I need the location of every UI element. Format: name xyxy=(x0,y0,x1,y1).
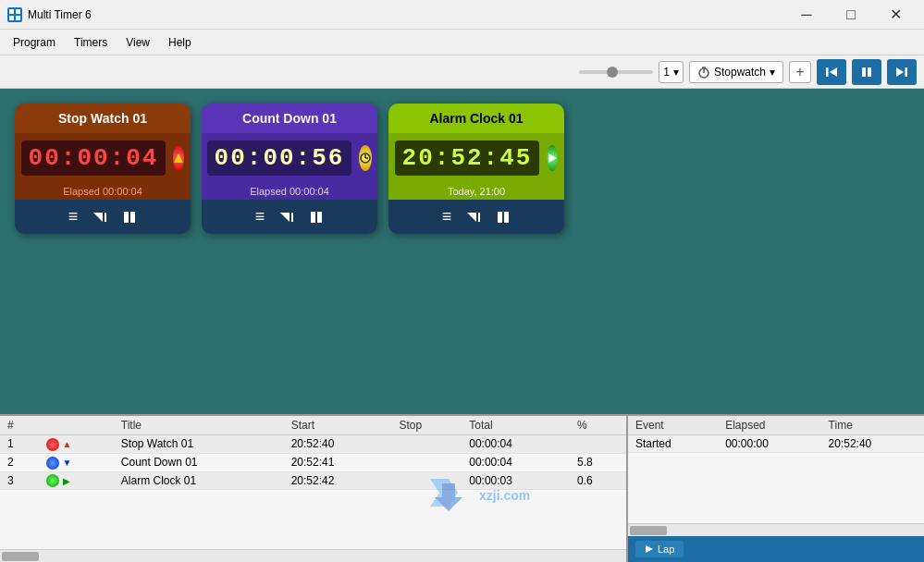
row-pct: 5.8 xyxy=(570,453,626,471)
app-title: Multi Timer 6 xyxy=(28,8,785,21)
stopwatch-pause-btn[interactable] xyxy=(122,210,137,225)
menu-bar: Program Timers View Help xyxy=(0,30,924,55)
stopwatch-dropdown-icon: ▾ xyxy=(770,66,775,79)
row-pct: 0.6 xyxy=(570,471,626,490)
nav-prev-button[interactable] xyxy=(817,59,846,85)
row-title: Alarm Clock 01 xyxy=(114,471,284,490)
svg-rect-24 xyxy=(311,212,315,223)
counter-value: 1 xyxy=(663,66,670,79)
timers-table: # Title Start Stop Total % 1 ▲ Stop Watc xyxy=(0,416,626,490)
row-stop xyxy=(391,453,462,471)
alarm-reset-btn[interactable] xyxy=(466,210,481,225)
event-time: 20:52:40 xyxy=(821,435,924,453)
svg-marker-8 xyxy=(830,67,837,77)
svg-rect-13 xyxy=(906,67,908,77)
svg-rect-2 xyxy=(16,9,20,14)
counter-select[interactable]: 1 ▾ xyxy=(659,61,684,83)
events-header-row: Event Elapsed Time xyxy=(628,416,924,435)
table-scrollbar[interactable] xyxy=(0,549,626,562)
pause-icon xyxy=(122,210,137,225)
countdown-action-icon[interactable] xyxy=(359,145,372,171)
events-scrollbar[interactable] xyxy=(628,523,924,536)
row-start: 20:52:42 xyxy=(284,471,392,490)
svg-rect-23 xyxy=(291,213,293,222)
menu-help[interactable]: Help xyxy=(159,32,201,53)
menu-view[interactable]: View xyxy=(117,32,159,53)
svg-rect-25 xyxy=(317,212,322,223)
svg-rect-16 xyxy=(105,213,106,222)
row-stop xyxy=(391,435,462,454)
reset-icon xyxy=(466,210,481,225)
svg-marker-14 xyxy=(174,153,183,163)
menu-timers[interactable]: Timers xyxy=(65,32,117,53)
play-icon xyxy=(547,153,558,164)
main-content: Stop Watch 01 00:00:04 Elapsed 00:00:04 … xyxy=(0,89,924,414)
row-stop xyxy=(391,471,462,490)
minimize-button[interactable]: ─ xyxy=(785,0,828,30)
stopwatch-label: Stopwatch xyxy=(714,66,766,79)
down-arrow-icon: ▼ xyxy=(63,458,72,468)
clock-icon xyxy=(359,152,372,165)
toolbar: 1 ▾ Stopwatch ▾ + xyxy=(0,55,924,89)
table-row[interactable]: 2 ▼ Count Down 01 20:52:41 00:00:04 5.8 xyxy=(0,453,626,471)
svg-rect-30 xyxy=(504,212,509,223)
col-start: Start xyxy=(284,416,392,435)
app-icon xyxy=(7,7,22,22)
row-start: 20:52:40 xyxy=(284,435,392,454)
stopwatch-type-button[interactable]: Stopwatch ▾ xyxy=(689,61,783,83)
table-row[interactable]: 1 ▲ Stop Watch 01 20:52:40 00:00:04 xyxy=(0,435,626,454)
svg-rect-17 xyxy=(124,212,129,223)
svg-marker-12 xyxy=(896,67,904,77)
stopwatch-reset-btn[interactable] xyxy=(92,210,107,225)
svg-rect-3 xyxy=(9,16,14,20)
menu-program[interactable]: Program xyxy=(4,32,65,53)
svg-marker-26 xyxy=(548,153,557,163)
skip-back-icon xyxy=(825,66,838,79)
row-num: 1 xyxy=(0,435,39,454)
alarm-pause-btn[interactable] xyxy=(496,210,511,225)
pause-icon xyxy=(860,66,873,79)
countdown-pause-btn[interactable] xyxy=(309,210,324,225)
nav-next-button[interactable] xyxy=(887,59,917,85)
counter-dropdown-icon: ▾ xyxy=(673,66,679,79)
nav-pause-button[interactable] xyxy=(852,59,881,85)
maximize-button[interactable]: □ xyxy=(830,0,872,30)
col-event: Event xyxy=(628,416,718,435)
col-icon xyxy=(39,416,114,435)
window-controls: ─ □ ✕ xyxy=(785,0,917,30)
alarm-menu-btn[interactable]: ≡ xyxy=(442,207,452,226)
close-button[interactable]: ✕ xyxy=(874,0,917,30)
lap-bar: Lap xyxy=(628,536,924,562)
svg-rect-1 xyxy=(9,9,14,14)
reset-icon xyxy=(92,210,107,225)
event-row[interactable]: Started 00:00:00 20:52:40 xyxy=(628,435,924,453)
row-total: 00:00:03 xyxy=(462,471,570,490)
event-elapsed: 00:00:00 xyxy=(718,435,820,453)
row-num: 3 xyxy=(0,471,39,490)
up-arrow-icon: ▲ xyxy=(63,439,72,449)
svg-rect-9 xyxy=(826,67,829,77)
timers-table-panel: # Title Start Stop Total % 1 ▲ Stop Watc xyxy=(0,416,628,562)
stopwatch-controls: ≡ xyxy=(15,200,191,234)
table-row[interactable]: 3 ▶ Alarm Clock 01 20:52:42 00:00:03 0.6 xyxy=(0,471,626,490)
lap-button[interactable]: Lap xyxy=(635,541,684,557)
countdown-reset-btn[interactable] xyxy=(279,210,294,225)
countdown-display: 00:00:56 xyxy=(207,140,352,176)
svg-rect-18 xyxy=(130,212,135,223)
pause-icon xyxy=(309,210,324,225)
row-icon: ▼ xyxy=(39,453,114,471)
svg-rect-10 xyxy=(862,67,866,77)
add-timer-button[interactable]: + xyxy=(789,61,811,83)
zoom-slider[interactable] xyxy=(579,70,653,74)
svg-rect-4 xyxy=(16,16,20,20)
scrollbar-thumb xyxy=(2,552,39,561)
row-num: 2 xyxy=(0,453,39,471)
stopwatch-status-icon xyxy=(46,438,59,451)
stopwatch-icon xyxy=(697,66,710,79)
svg-marker-15 xyxy=(93,213,103,222)
alarm-action-icon[interactable] xyxy=(547,145,558,171)
countdown-menu-btn[interactable]: ≡ xyxy=(255,207,265,226)
svg-marker-22 xyxy=(280,213,290,222)
stopwatch-menu-btn[interactable]: ≡ xyxy=(68,207,79,226)
stopwatch-action-icon[interactable] xyxy=(173,145,184,171)
